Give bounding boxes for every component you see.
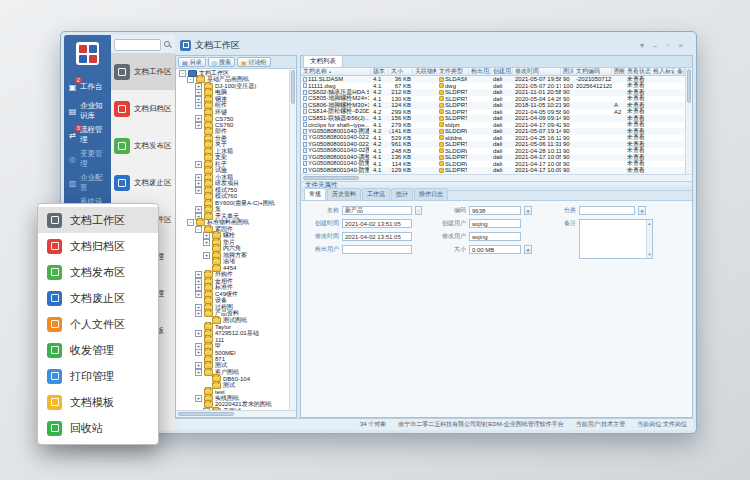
- filetype-icon: [439, 103, 444, 108]
- tree-expander[interactable]: +: [195, 161, 202, 168]
- popup-menu-item[interactable]: 收发管理: [38, 337, 158, 363]
- sidebar-nav-item[interactable]: ▤ 企业知识库: [64, 99, 111, 123]
- module-menu-item[interactable]: 文档归档区: [111, 90, 175, 127]
- cell-modify-time: 2021-04-17 10:09:14: [513, 167, 561, 173]
- code-dropdown-button[interactable]: ▾: [524, 206, 532, 215]
- column-header[interactable]: 图幅 ▲: [612, 68, 625, 75]
- tree-expander[interactable]: +: [195, 395, 202, 402]
- tree-expander[interactable]: -: [195, 226, 202, 233]
- scrollbar-thumb[interactable]: [178, 412, 234, 416]
- list-vertical-scrollbar[interactable]: [685, 68, 692, 174]
- sidebar-nav-item[interactable]: ⇄ 流程管理 3: [64, 123, 111, 147]
- name-field[interactable]: 新产品: [342, 206, 412, 215]
- scrollbar-thumb[interactable]: [687, 69, 691, 103]
- cell-size: 36 KB: [389, 76, 413, 82]
- column-header[interactable]: 大小 ▲: [389, 68, 413, 75]
- tree-toolbar: ▤ 目录 ◎ 搜索 ▣ 讨论组: [176, 56, 296, 69]
- code-field[interactable]: 9638: [469, 206, 521, 215]
- tab-document-list[interactable]: 文档列表: [303, 55, 343, 67]
- minimize-button[interactable]: –: [653, 41, 657, 50]
- modify-user-field[interactable]: wqing: [469, 232, 521, 241]
- sidebar-nav-item[interactable]: ▥ 企业配置: [64, 171, 111, 195]
- size-dropdown-button[interactable]: ▾: [524, 245, 532, 254]
- class-dropdown-button[interactable]: ▾: [638, 206, 646, 215]
- tree-expander[interactable]: +: [195, 369, 202, 376]
- tree-expander[interactable]: +: [195, 349, 202, 356]
- class-field[interactable]: [579, 206, 635, 215]
- properties-tab[interactable]: 统计: [391, 188, 413, 200]
- note-textarea[interactable]: ▲▼: [579, 219, 653, 259]
- search-input[interactable]: [114, 39, 161, 51]
- column-header[interactable]: 创建用户 ▲: [491, 68, 513, 75]
- popup-menu-item[interactable]: 打印管理: [38, 363, 158, 389]
- tree-expander[interactable]: +: [195, 102, 202, 109]
- filetype-icon: [439, 168, 444, 173]
- module-icon: [114, 138, 130, 154]
- tree-expander[interactable]: -: [187, 76, 194, 83]
- properties-tab[interactable]: 历史资料: [327, 188, 361, 200]
- column-header[interactable]: 备注 ▲: [675, 68, 685, 75]
- name-more-button[interactable]: ·: [415, 206, 422, 215]
- sidebar-nav-item[interactable]: ▣ 工作台 2: [64, 75, 111, 99]
- tree-expander[interactable]: +: [203, 239, 210, 246]
- tree-expander[interactable]: -: [179, 70, 186, 77]
- tree-expander[interactable]: -: [187, 219, 194, 226]
- column-header[interactable]: 检出用户 ▲: [469, 68, 491, 75]
- maximize-button[interactable]: ▫: [666, 41, 669, 50]
- search-icon[interactable]: [163, 40, 172, 49]
- column-header[interactable]: 关联物料 ▲: [413, 68, 437, 75]
- create-time-field[interactable]: 2021-04-02 13:51:05: [342, 219, 412, 228]
- module-menu-item[interactable]: 文档废止区: [111, 164, 175, 201]
- tree-horizontal-scrollbar[interactable]: [176, 410, 296, 417]
- tree-vertical-scrollbar[interactable]: [289, 69, 296, 410]
- notification-badge: 2: [75, 77, 82, 83]
- tree-toolbar-button[interactable]: ▤ 目录: [178, 57, 206, 67]
- tree-toolbar-button[interactable]: ▣ 讨论组: [237, 57, 271, 67]
- module-menu-item[interactable]: 文档发布区: [111, 127, 175, 164]
- toolbar-button-icon: ▤: [182, 59, 188, 66]
- tree-expander[interactable]: +: [195, 310, 202, 317]
- tree-expander[interactable]: +: [195, 291, 202, 298]
- column-header[interactable]: 修改时间 ▲: [513, 68, 561, 75]
- tree-expander[interactable]: +: [195, 330, 202, 337]
- column-header[interactable]: 图次 ▲: [561, 68, 574, 75]
- tree-expander[interactable]: +: [195, 122, 202, 129]
- cell-create-user: dali: [491, 161, 513, 167]
- toolbar-button-icon: ◎: [212, 59, 217, 66]
- scrollbar-thumb[interactable]: [303, 176, 359, 180]
- scrollbar-thumb[interactable]: [291, 70, 295, 104]
- properties-tab[interactable]: 常规: [304, 188, 326, 200]
- popup-menu-item[interactable]: 文档废止区: [38, 285, 158, 311]
- nav-label: 工作台: [80, 82, 103, 92]
- close-button[interactable]: ×: [678, 41, 683, 50]
- workspace-icon: [180, 40, 191, 51]
- note-scrollbar[interactable]: ▲▼: [646, 220, 652, 258]
- tree-expander[interactable]: +: [203, 252, 210, 259]
- size-field[interactable]: 0.00 MB: [469, 245, 521, 254]
- popup-menu-item[interactable]: 文档工作区: [38, 207, 158, 233]
- popup-menu-item[interactable]: 个人文件区: [38, 311, 158, 337]
- properties-tab[interactable]: 操作日志: [414, 188, 448, 200]
- nav-icon: ▤: [68, 107, 77, 116]
- popup-menu-item[interactable]: 文档模板: [38, 389, 158, 415]
- column-header[interactable]: 文档编码 ▲: [574, 68, 612, 75]
- cell-version: 4.1: [371, 167, 389, 173]
- properties-tab[interactable]: 工作流: [362, 188, 390, 200]
- column-header[interactable]: 检入标记 ▲: [651, 68, 675, 75]
- column-header[interactable]: 文件类型 ▲: [437, 68, 469, 75]
- cell-modify-time: 2021-04-17 10:08:55: [513, 161, 561, 167]
- column-header[interactable]: 版本 ▲: [371, 68, 389, 75]
- popup-menu-item[interactable]: 回收站: [38, 415, 158, 441]
- theme-button[interactable]: ▾: [640, 41, 644, 50]
- module-menu-item[interactable]: 文档工作区: [111, 53, 175, 90]
- tree-expander[interactable]: +: [195, 187, 202, 194]
- list-horizontal-scrollbar[interactable]: [301, 174, 692, 181]
- create-user-field[interactable]: wqing: [469, 219, 521, 228]
- popup-menu-item[interactable]: 文档发布区: [38, 259, 158, 285]
- modify-time-field[interactable]: 2021-04-02 13:51:05: [342, 232, 412, 241]
- tree-toolbar-button[interactable]: ◎ 搜索: [208, 57, 235, 67]
- popup-menu-item[interactable]: 文档归档区: [38, 233, 158, 259]
- checkout-user-field[interactable]: [342, 245, 412, 254]
- sidebar-nav-item[interactable]: ◎ 变更管理: [64, 147, 111, 171]
- column-header[interactable]: 文档名称 ▲: [301, 68, 371, 75]
